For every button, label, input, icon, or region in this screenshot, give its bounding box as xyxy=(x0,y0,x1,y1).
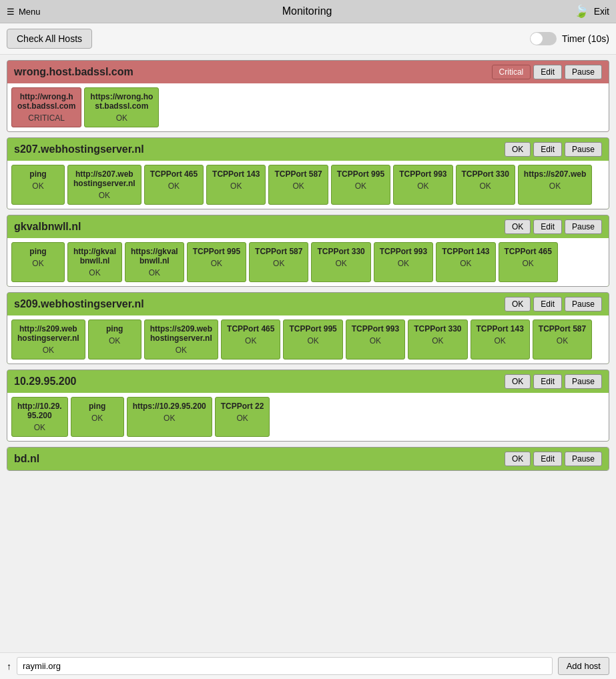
service-tile: http://gkval bnwll.nlOK xyxy=(67,242,122,282)
up-arrow-icon: ↑ xyxy=(7,661,11,672)
service-tile-status: OK xyxy=(109,336,120,346)
service-tile-name: TCPPort 993 xyxy=(352,324,399,333)
add-host-input[interactable] xyxy=(17,657,553,675)
service-tile: TCPPort 330OK xyxy=(456,165,515,205)
action-btn-pause[interactable]: Pause xyxy=(565,219,602,234)
action-btn-edit[interactable]: Edit xyxy=(533,65,562,79)
action-btn-ok[interactable]: OK xyxy=(505,374,531,389)
action-btn-pause[interactable]: Pause xyxy=(565,452,602,466)
menu-icon: ☰ xyxy=(7,7,15,17)
services-grid: pingOKhttp://s207.web hostingserver.nlOK… xyxy=(7,161,609,209)
service-tile: TCPPort 143OK xyxy=(436,242,495,282)
service-tile-name: TCPPort 587 xyxy=(255,247,302,256)
service-tile-name: TCPPort 995 xyxy=(289,324,336,333)
bottom-bar: ↑ Add host xyxy=(0,652,616,679)
host-header-bd-nl: bd.nlOKEditPause xyxy=(7,448,609,470)
service-tile-name: TCPPort 143 xyxy=(477,324,524,333)
service-tile-name: http://s209.web hostingserver.nl xyxy=(17,324,79,343)
service-tile-status: OK xyxy=(417,181,428,191)
service-tile-status: CRITICAL xyxy=(28,113,65,123)
service-tile-status: OK xyxy=(34,423,45,432)
service-tile-name: TCPPort 465 xyxy=(150,169,198,179)
service-tile-status: OK xyxy=(176,346,187,355)
service-tile-name: TCPPort 22 xyxy=(221,402,264,411)
service-tile-status: OK xyxy=(292,181,304,191)
timer-toggle-container: Timer (10s) xyxy=(530,32,609,45)
service-tile: http://s209.web hostingserver.nlOK xyxy=(11,319,85,360)
service-tile: TCPPort 587OK xyxy=(268,165,328,205)
action-btn-edit[interactable]: Edit xyxy=(533,219,562,234)
action-btn-pause[interactable]: Pause xyxy=(565,297,602,311)
host-name: wrong.host.badssl.com xyxy=(14,66,133,78)
service-tile-status: OK xyxy=(370,336,381,346)
action-btn-edit[interactable]: Edit xyxy=(533,142,562,157)
service-tile-status: OK xyxy=(335,259,346,268)
service-tile-name: http://s207.web hostingserver.nl xyxy=(73,169,135,188)
service-tile-status: OK xyxy=(480,181,491,191)
action-btn-pause[interactable]: Pause xyxy=(565,374,602,389)
check-all-button[interactable]: Check All Hosts xyxy=(7,29,92,49)
service-tile: http://10.29. 95.200OK xyxy=(11,397,68,437)
service-tile-status: OK xyxy=(398,259,409,268)
action-btn-edit[interactable]: Edit xyxy=(533,297,562,311)
action-btn-critical[interactable]: Critical xyxy=(492,65,531,79)
service-tile: TCPPort 22OK xyxy=(215,397,270,437)
service-tile: https://s209.web hostingserver.nlOK xyxy=(144,319,218,360)
action-btn-pause[interactable]: Pause xyxy=(565,142,602,157)
action-btn-ok[interactable]: OK xyxy=(505,219,531,234)
service-tile-status: OK xyxy=(432,336,443,346)
page-title: Monitoring xyxy=(282,5,332,17)
toolbar: Check All Hosts Timer (10s) xyxy=(0,23,616,55)
service-tile-name: TCPPort 330 xyxy=(462,169,509,179)
action-btn-pause[interactable]: Pause xyxy=(565,65,602,79)
action-btn-ok[interactable]: OK xyxy=(505,297,531,311)
service-tile-name: ping xyxy=(89,402,105,411)
service-tile: http://s207.web hostingserver.nlOK xyxy=(67,165,141,205)
service-tile-name: TCPPort 143 xyxy=(212,169,260,179)
service-tile: TCPPort 587OK xyxy=(533,319,592,360)
service-tile-status: OK xyxy=(236,414,248,423)
action-btn-edit[interactable]: Edit xyxy=(533,452,562,466)
services-grid: http://wrong.h ost.badssl.comCRITICALhtt… xyxy=(7,83,609,131)
host-card-s207-webhostingserver: s207.webhostingserver.nlOKEditPausepingO… xyxy=(7,137,609,209)
service-tile-status: OK xyxy=(32,259,43,268)
service-tile: TCPPort 330OK xyxy=(311,242,370,282)
service-tile-status: OK xyxy=(168,181,180,191)
service-tile-status: OK xyxy=(164,414,175,423)
service-tile: https://s207.webOK xyxy=(518,165,592,205)
add-host-button[interactable]: Add host xyxy=(558,657,609,675)
exit-button[interactable]: Exit xyxy=(594,6,609,17)
service-tile: TCPPort 465OK xyxy=(221,319,280,360)
service-tile-status: OK xyxy=(355,181,366,191)
service-tile-name: TCPPort 993 xyxy=(399,169,446,179)
service-tile-status: OK xyxy=(495,336,506,346)
service-tile-name: TCPPort 587 xyxy=(274,169,322,179)
action-btn-ok[interactable]: OK xyxy=(505,452,531,466)
service-tile-status: OK xyxy=(549,181,561,191)
action-btn-ok[interactable]: OK xyxy=(505,142,531,157)
host-name: gkvalbnwll.nl xyxy=(14,221,81,233)
action-btn-edit[interactable]: Edit xyxy=(533,374,562,389)
service-tile: TCPPort 995OK xyxy=(331,165,390,205)
service-tile-name: TCPPort 143 xyxy=(442,247,489,256)
service-tile: pingOK xyxy=(11,165,65,205)
service-tile-status: OK xyxy=(99,191,110,200)
timer-label: Timer (10s) xyxy=(562,33,609,44)
service-tile: TCPPort 993OK xyxy=(374,242,433,282)
leaf-icon: 🍃 xyxy=(574,4,589,19)
services-grid: pingOKhttp://gkval bnwll.nlOKhttps://gkv… xyxy=(7,238,609,286)
host-card-bd-nl: bd.nlOKEditPause xyxy=(7,447,609,471)
timer-toggle-switch[interactable] xyxy=(530,32,557,45)
service-tile-name: TCPPort 330 xyxy=(317,247,364,256)
service-tile: http://wrong.h ost.badssl.comCRITICAL xyxy=(11,87,81,127)
menu-button[interactable]: ☰ Menu xyxy=(7,7,41,17)
service-tile-status: OK xyxy=(89,268,100,277)
main-content: wrong.host.badssl.comCriticalEditPauseht… xyxy=(0,55,616,504)
service-tile-name: TCPPort 330 xyxy=(414,324,461,333)
service-tile: https://10.29.95.200OK xyxy=(127,397,212,437)
service-tile-name: TCPPort 995 xyxy=(337,169,384,179)
service-tile-status: OK xyxy=(523,259,534,268)
service-tile-status: OK xyxy=(460,259,471,268)
service-tile-status: OK xyxy=(149,268,160,277)
service-tile: TCPPort 993OK xyxy=(346,319,405,360)
